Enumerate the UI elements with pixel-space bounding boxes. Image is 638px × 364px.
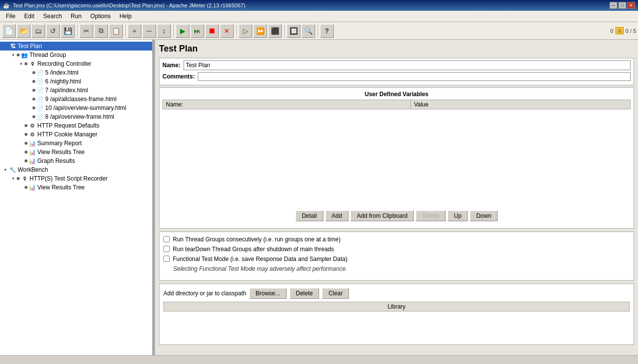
menu-edit[interactable]: Edit	[20, 12, 38, 21]
tree-icon-thread-group: 👥	[21, 51, 28, 59]
play-no-pause-button[interactable]: ⏭	[190, 24, 204, 38]
classpath-label: Add directory or jar to classpath	[163, 290, 246, 297]
menu-help[interactable]: Help	[115, 12, 135, 21]
tree-connector-req-7	[32, 89, 35, 92]
tree-item-thread-group[interactable]: ▼👥Thread Group	[0, 51, 152, 59]
tree-connector-recording-controller	[25, 62, 27, 65]
tree-icon-test-script-recorder: 🎙	[21, 175, 28, 182]
tree-expand-test-plan[interactable]: ▼	[2, 43, 9, 50]
tree-item-workbench[interactable]: ▼🔧WorkBench	[0, 165, 152, 174]
tree-connector-view-results-tree-2	[25, 186, 27, 189]
save-template-button[interactable]: 🗂	[31, 24, 45, 38]
save-button[interactable]: 💾	[61, 24, 75, 38]
search-button[interactable]: 🔍	[301, 24, 315, 38]
minimize-button[interactable]: ─	[610, 2, 617, 9]
remote-start-button[interactable]: ▷	[239, 24, 252, 38]
checkbox3-row: Functional Test Mode (i.e. save Response…	[163, 256, 630, 262]
new-button[interactable]: 📄	[2, 24, 16, 38]
tree-label-req-10: 10 /api/overview-summary.html	[45, 104, 126, 111]
tree-icon-test-plan: 🏗	[9, 42, 17, 50]
tree-item-recording-controller[interactable]: ▼🎙Recording Controller	[0, 59, 152, 68]
library-col-header: Library	[164, 302, 630, 311]
tree-item-view-results-tree[interactable]: 📊View Results Tree	[0, 148, 152, 156]
tree-item-view-results-tree-2[interactable]: 📊View Results Tree	[0, 183, 152, 192]
variables-section-title: User Defined Variables	[162, 91, 631, 98]
detail-button[interactable]: Detail	[295, 210, 323, 221]
close-button[interactable]: ✕	[627, 2, 635, 9]
revert-button[interactable]: ↺	[46, 24, 60, 38]
tree-label-thread-group: Thread Group	[29, 52, 66, 58]
tree-item-req-9[interactable]: 📄9 /api/allclasses-frame.html	[0, 95, 152, 104]
tree-expand-workbench[interactable]: ▼	[2, 166, 9, 173]
copy-button[interactable]: ⧉	[94, 24, 108, 38]
tree-expand-thread-group[interactable]: ▼	[10, 52, 17, 58]
tree-item-cookie-manager[interactable]: ⚙HTTP Cookie Manager	[0, 130, 152, 139]
tree-expand-view-results-tree	[18, 149, 25, 156]
delete-variable-button[interactable]: Delete	[416, 210, 446, 221]
tree-item-req-5[interactable]: 📄5 /index.html	[0, 68, 152, 77]
collapse-button[interactable]: ─	[142, 24, 156, 38]
tree-connector-graph-results	[25, 159, 27, 162]
add-from-clipboard-button[interactable]: Add from Clipboard	[350, 210, 414, 221]
maximize-button[interactable]: □	[618, 2, 626, 9]
tree-item-graph-results[interactable]: 📊Graph Results	[0, 156, 152, 165]
classpath-row: Add directory or jar to classpath Browse…	[163, 288, 630, 299]
down-button[interactable]: Down	[470, 210, 498, 221]
tree-item-summary-report[interactable]: 📊Summary Report	[0, 139, 152, 148]
tree-expand-recording-controller[interactable]: ▼	[18, 60, 25, 67]
error-count: 0 / 5	[626, 28, 636, 34]
menu-search[interactable]: Search	[39, 12, 66, 21]
add-button[interactable]: Add	[325, 210, 348, 221]
comments-input[interactable]	[198, 72, 631, 81]
menu-options[interactable]: Options	[86, 12, 114, 21]
checkbox2[interactable]	[163, 246, 170, 252]
open-button[interactable]: 📂	[17, 24, 30, 38]
library-table: Library	[163, 302, 630, 341]
menu-file[interactable]: File	[2, 12, 19, 21]
tree-connector-req-9	[32, 98, 35, 101]
table-row	[163, 109, 631, 208]
app-icon: ☕	[3, 2, 10, 9]
tree-expand-req-7	[26, 87, 32, 94]
name-input[interactable]	[184, 60, 631, 70]
expand-button[interactable]: +	[128, 24, 141, 38]
stop-button[interactable]: ⏹	[205, 24, 219, 38]
clear-button[interactable]: 🔲	[287, 24, 300, 38]
menu-run[interactable]: Run	[67, 12, 85, 21]
tree-icon-req-7: 📄	[36, 86, 44, 94]
tree-item-http-defaults[interactable]: ⚙HTTP Request Defaults	[0, 121, 152, 130]
up-button[interactable]: Up	[448, 210, 468, 221]
name-row: Name:	[162, 60, 631, 70]
tree-label-workbench: WorkBench	[18, 166, 48, 173]
clear-button[interactable]: Clear	[322, 288, 349, 299]
delete-classpath-button[interactable]: Delete	[290, 288, 319, 299]
titlebar-left: ☕ Test Plan.jmx (C:\Users\giacomo.usiell…	[3, 2, 245, 9]
help-button[interactable]: ?	[320, 24, 334, 38]
tree-item-test-plan[interactable]: ▼🏗Test Plan	[0, 42, 152, 51]
shutdown-button[interactable]: ✕	[220, 24, 234, 38]
tree-icon-summary-report: 📊	[28, 139, 36, 147]
tree-item-req-8[interactable]: 📄8 /api/overview-frame.html	[0, 112, 152, 121]
browse-button[interactable]: Browse...	[249, 288, 287, 299]
cut-button[interactable]: ✂	[80, 24, 93, 38]
tree-icon-workbench: 🔧	[9, 166, 17, 174]
titlebar-controls: ─ □ ✕	[610, 2, 635, 9]
tree-item-test-script-recorder[interactable]: ▼🎙HTTP(S) Test Script Recorder	[0, 174, 152, 183]
tree-item-req-6[interactable]: 📄6 /nightly.html	[0, 77, 152, 86]
toolbar: 📄 📂 🗂 ↺ 💾 ✂ ⧉ 📋 + ─ ↕ ▶ ⏭ ⏹ ✕ ▷ ⏩ ⬛ 🔲 🔍 …	[0, 22, 638, 40]
remote-start-all-button[interactable]: ⏩	[253, 24, 267, 38]
checkbox1[interactable]	[163, 236, 170, 242]
tree-item-req-10[interactable]: 📄10 /api/overview-summary.html	[0, 104, 152, 112]
play-button[interactable]: ▶	[176, 24, 189, 38]
checkbox3[interactable]	[163, 256, 170, 262]
remote-stop-button[interactable]: ⬛	[268, 24, 282, 38]
menubar: FileEditSearchRunOptionsHelp	[0, 11, 638, 22]
warning-count: 0	[610, 28, 613, 34]
content-panel: Test Plan Name: Comments: User Defined V…	[155, 40, 638, 364]
paste-button[interactable]: 📋	[109, 24, 123, 38]
tree-item-req-7[interactable]: 📄7 /api/index.html	[0, 86, 152, 95]
tree-label-graph-results: Graph Results	[37, 157, 75, 164]
tree-expand-test-script-recorder[interactable]: ▼	[10, 175, 17, 182]
toggle-button[interactable]: ↕	[157, 24, 171, 38]
tree-label-test-plan: Test Plan	[18, 43, 42, 50]
